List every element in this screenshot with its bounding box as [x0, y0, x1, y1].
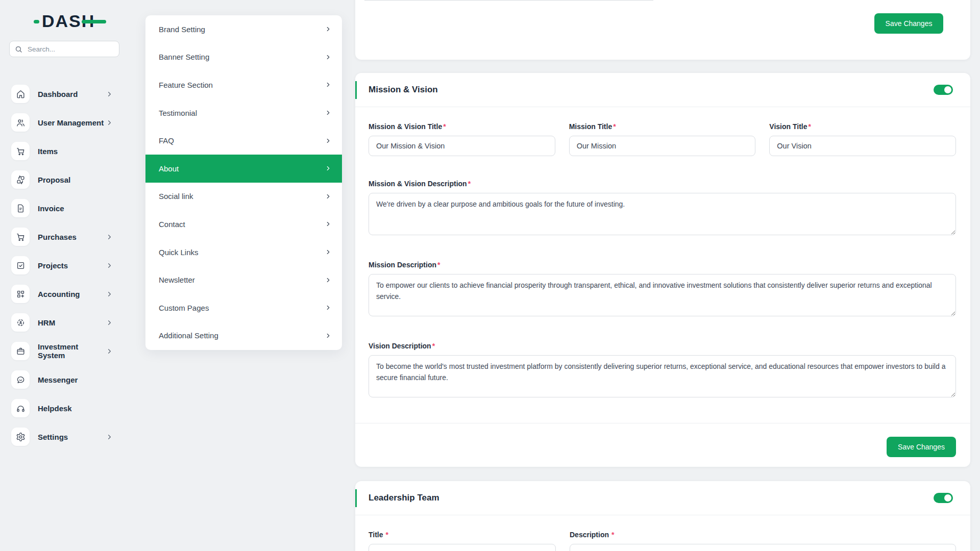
sidebar-item-helpdesk[interactable]: Helpdesk: [0, 394, 133, 422]
mission-vision-title: Mission & Vision: [369, 85, 438, 95]
chevron-right-icon: [106, 119, 113, 127]
chevron-right-icon: [325, 332, 332, 339]
about-submenu-panel: Brand Setting Banner Setting Feature Sec…: [145, 15, 342, 350]
mv-description-label: Mission & Vision Description*: [369, 180, 956, 188]
chevron-right-icon: [325, 81, 332, 88]
check-square-icon: [11, 256, 30, 274]
logo-accent-dot: [34, 20, 39, 23]
submenu-item-feature-section[interactable]: Feature Section: [145, 71, 342, 99]
submenu-item-custom-pages[interactable]: Custom Pages: [145, 294, 342, 322]
required-asterisk: *: [613, 122, 616, 131]
mission-description-field-group: Mission Description* To empower our clie…: [369, 261, 956, 318]
home-icon: [11, 85, 30, 103]
required-asterisk: *: [468, 180, 471, 188]
submenu-item-about[interactable]: About: [145, 155, 342, 183]
sidebar-item-settings[interactable]: Settings: [0, 422, 133, 451]
mission-vision-card: Mission & Vision Mission & Vision Title*…: [355, 73, 970, 467]
mission-description-textarea[interactable]: To empower our clients to achieve financ…: [369, 274, 956, 316]
cart-icon: [11, 142, 30, 160]
submenu-item-banner-setting[interactable]: Banner Setting: [145, 43, 342, 71]
vision-description-textarea[interactable]: To become the world's most trusted inves…: [369, 355, 956, 397]
vision-title-input[interactable]: [769, 136, 956, 156]
leadership-team-toggle[interactable]: [934, 493, 953, 503]
submenu-item-social-link[interactable]: Social link: [145, 183, 342, 211]
mission-title-label: Mission Title*: [569, 122, 756, 131]
required-asterisk: *: [808, 122, 811, 131]
logo: DASH: [34, 11, 106, 31]
leadership-team-card: Leadership Team Title* Description*: [355, 481, 970, 551]
sidebar-item-hrm[interactable]: HRM: [0, 308, 133, 337]
users-icon: [11, 113, 30, 132]
transfer-boxes-icon: [11, 170, 30, 189]
chevron-right-icon: [325, 54, 332, 61]
save-changes-button-top[interactable]: Save Changes: [874, 13, 943, 34]
chevron-right-icon: [325, 137, 332, 144]
chevron-right-icon: [106, 433, 113, 441]
chat-bubble-icon: [11, 370, 30, 389]
required-asterisk: *: [432, 342, 435, 350]
chevron-right-icon: [325, 277, 332, 284]
leadership-description-input[interactable]: [570, 544, 956, 551]
submenu-item-faq[interactable]: FAQ: [145, 127, 342, 155]
gear-icon: [11, 428, 30, 446]
sidebar-item-proposal[interactable]: Proposal: [0, 165, 133, 194]
required-asterisk: *: [437, 261, 440, 269]
chevron-right-icon: [106, 290, 113, 298]
submenu-item-newsletter[interactable]: Newsletter: [145, 266, 342, 294]
sidebar-item-messenger[interactable]: Messenger: [0, 365, 133, 394]
cart-icon: [11, 228, 30, 246]
sidebar-item-projects[interactable]: Projects: [0, 251, 133, 280]
chevron-right-icon: [325, 193, 332, 200]
sidebar-item-invoice[interactable]: Invoice: [0, 194, 133, 222]
cutoff-field-border: [364, 0, 653, 1]
submenu-item-testimonial[interactable]: Testimonial: [145, 99, 342, 127]
sidebar-item-accounting[interactable]: Accounting: [0, 280, 133, 308]
chevron-right-icon: [106, 233, 113, 241]
chevron-right-icon: [106, 347, 113, 355]
leadership-title-input[interactable]: [369, 544, 556, 551]
submenu-item-additional-setting[interactable]: Additional Setting: [145, 322, 342, 350]
search-input[interactable]: [27, 45, 119, 54]
leadership-team-title: Leadership Team: [369, 493, 439, 503]
chevron-right-icon: [325, 165, 332, 172]
logo-accent-bar: [82, 20, 106, 23]
header-accent-strip: [355, 489, 357, 507]
sidebar-item-purchases[interactable]: Purchases: [0, 222, 133, 251]
mv-title-label: Mission & Vision Title*: [369, 122, 555, 131]
chevron-right-icon: [325, 248, 332, 256]
sidebar: DASH Dashboard User Management It: [0, 0, 145, 551]
search-icon: [15, 45, 22, 53]
submenu-item-contact[interactable]: Contact: [145, 210, 342, 238]
header-accent-strip: [355, 81, 357, 99]
invoice-file-icon: [11, 199, 30, 217]
toggle-knob: [944, 86, 951, 93]
mission-vision-toggle[interactable]: [934, 85, 953, 95]
submenu-item-quick-links[interactable]: Quick Links: [145, 238, 342, 266]
vision-description-field-group: Vision Description* To become the world'…: [369, 342, 956, 399]
top-section-card: Save Changes: [355, 0, 970, 60]
sidebar-item-items[interactable]: Items: [0, 137, 133, 165]
mv-title-field-group: Mission & Vision Title*: [369, 122, 555, 156]
chevron-right-icon: [106, 262, 113, 269]
toggle-knob: [944, 494, 951, 502]
sidebar-nav: Dashboard User Management Items Proposal: [0, 80, 133, 451]
submenu-item-brand-setting[interactable]: Brand Setting: [145, 15, 342, 43]
sidebar-item-dashboard[interactable]: Dashboard: [0, 80, 133, 108]
leadership-team-header: Leadership Team: [355, 481, 970, 515]
mission-title-input[interactable]: [569, 136, 756, 156]
sidebar-item-investment-system[interactable]: Investment System: [0, 337, 133, 365]
scan-person-icon: [11, 313, 30, 332]
sidebar-item-user-management[interactable]: User Management: [0, 108, 133, 137]
headphones-icon: [11, 399, 30, 417]
leadership-description-label: Description*: [570, 531, 956, 539]
leadership-description-field-group: Description*: [570, 531, 956, 551]
save-changes-button-mission-vision[interactable]: Save Changes: [887, 437, 956, 457]
mv-title-input[interactable]: [369, 136, 555, 156]
mission-vision-header: Mission & Vision: [355, 73, 970, 107]
grid-plus-icon: [11, 285, 30, 303]
required-asterisk: *: [443, 122, 446, 131]
sidebar-search[interactable]: [9, 41, 119, 57]
vision-description-label: Vision Description*: [369, 342, 956, 350]
mv-description-textarea[interactable]: We're driven by a clear purpose and ambi…: [369, 193, 956, 235]
briefcase-icon: [11, 342, 30, 360]
